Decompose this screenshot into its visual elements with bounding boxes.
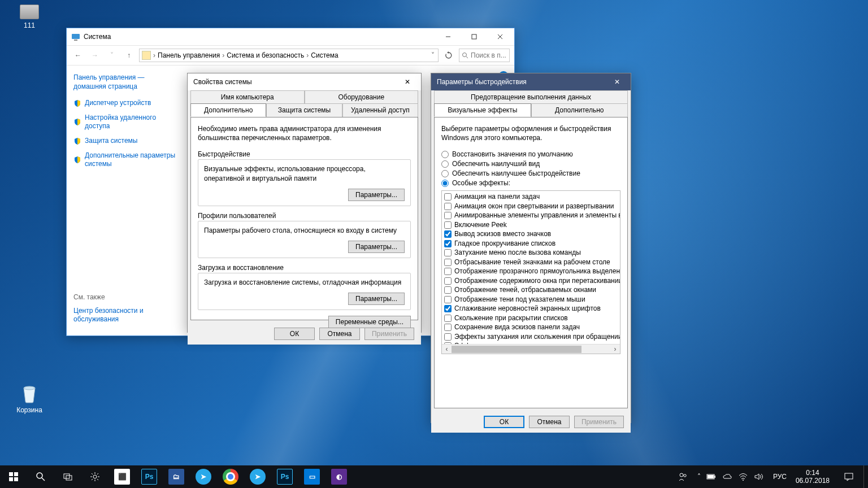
apply-button[interactable]: Применить <box>574 416 624 428</box>
recent-dropdown[interactable]: ˅ <box>105 49 119 62</box>
back-button[interactable]: ← <box>71 49 85 62</box>
taskbar-app-generic2[interactable]: ▭ <box>298 465 326 488</box>
checkbox-input[interactable] <box>444 249 452 256</box>
profiles-settings-button[interactable]: Параметры... <box>348 241 405 253</box>
effect-checkbox-row[interactable]: Скольжение при раскрытии списков <box>443 313 619 323</box>
start-button[interactable] <box>0 465 27 488</box>
radio-option[interactable]: Особые эффекты: <box>441 179 620 187</box>
taskbar-app-chrome[interactable] <box>217 465 244 488</box>
cancel-button[interactable]: Отмена <box>529 416 570 428</box>
checkbox-input[interactable] <box>444 296 452 303</box>
search-button[interactable] <box>27 465 54 488</box>
volume-icon[interactable] <box>754 472 764 482</box>
ok-button[interactable]: ОК <box>274 328 315 340</box>
checkbox-input[interactable] <box>444 212 452 219</box>
settings-button[interactable] <box>81 465 108 488</box>
people-button[interactable] <box>675 465 692 488</box>
checkbox-input[interactable] <box>444 315 452 322</box>
effect-checkbox-row[interactable]: Сглаживание неровностей экранных шрифтов <box>443 304 619 313</box>
tab[interactable]: Дополнительно <box>531 103 628 117</box>
effect-checkbox-row[interactable]: Отображение теней, отбрасываемых окнами <box>443 285 619 295</box>
effect-checkbox-row[interactable]: Анимация окон при свертывании и разверты… <box>443 202 619 211</box>
tab[interactable]: Визуальные эффекты <box>434 103 531 117</box>
maximize-button[interactable] <box>461 28 487 45</box>
tab[interactable]: Оборудование <box>305 90 419 103</box>
task-view-button[interactable] <box>54 465 81 488</box>
close-button[interactable] <box>487 28 513 45</box>
effect-checkbox-row[interactable]: Анимированные элементы управления и элем… <box>443 211 619 220</box>
language-indicator[interactable]: РУС <box>770 465 790 488</box>
effect-checkbox-row[interactable]: Гладкое прокручивание списков <box>443 239 619 249</box>
checkbox-input[interactable] <box>444 333 452 341</box>
cancel-button[interactable]: Отмена <box>319 328 360 340</box>
minimize-button[interactable] <box>435 28 461 45</box>
effect-checkbox-row[interactable]: Отбрасывание теней значками на рабочем с… <box>443 258 619 267</box>
tray-chevron-icon[interactable]: ˄ <box>697 473 701 481</box>
search-input[interactable]: Поиск в п... <box>459 49 510 62</box>
checkbox-input[interactable] <box>444 305 452 312</box>
checkbox-input[interactable] <box>444 286 452 294</box>
taskbar-app-generic3[interactable]: ◐ <box>326 465 353 488</box>
radio-option[interactable]: Восстановить значения по умолчанию <box>441 150 620 158</box>
checkbox-input[interactable] <box>444 259 452 266</box>
sidebar-link[interactable]: Настройка удаленного доступа <box>73 114 179 131</box>
checkbox-input[interactable] <box>444 324 452 331</box>
desktop-icon-trash[interactable]: Корзина <box>8 381 51 414</box>
show-desktop-button[interactable] <box>863 465 867 488</box>
close-button[interactable]: ✕ <box>606 73 628 90</box>
taskbar-app-telegram[interactable]: ➤ <box>190 465 217 488</box>
tab[interactable]: Удаленный доступ <box>342 103 418 117</box>
horizontal-scrollbar[interactable]: ‹ › <box>442 344 620 354</box>
breadcrumb-leaf[interactable]: Система <box>311 51 338 59</box>
clock[interactable]: 0:14 06.07.2018 <box>791 469 834 485</box>
tab[interactable]: Дополнительно <box>190 103 266 117</box>
action-center-button[interactable] <box>835 465 862 488</box>
scroll-right-button[interactable]: › <box>610 345 620 354</box>
breadcrumb[interactable]: › Панель управления › Система и безопасн… <box>139 49 439 62</box>
up-button[interactable]: ↑ <box>122 49 136 62</box>
radio-option[interactable]: Обеспечить наилучший вид <box>441 160 620 168</box>
refresh-button[interactable] <box>442 49 455 62</box>
onedrive-icon[interactable] <box>722 472 732 482</box>
breadcrumb-root[interactable]: Панель управления <box>158 51 220 59</box>
radio-input[interactable] <box>441 151 449 158</box>
taskbar-app-store[interactable]: ⬛ <box>108 465 136 488</box>
apply-button[interactable]: Применить <box>364 328 414 340</box>
breadcrumb-mid[interactable]: Система и безопасность <box>227 51 304 59</box>
sidebar-link[interactable]: Диспетчер устройств <box>73 99 179 108</box>
effect-checkbox-row[interactable]: Включение Peek <box>443 220 619 230</box>
scroll-left-button[interactable]: ‹ <box>442 345 452 354</box>
radio-input[interactable] <box>441 170 449 177</box>
checkbox-input[interactable] <box>444 268 452 275</box>
ok-button[interactable]: ОК <box>484 416 524 428</box>
taskbar-app-generic[interactable]: 🗂 <box>163 465 190 488</box>
wifi-icon[interactable] <box>738 472 748 482</box>
tab[interactable]: Имя компьютера <box>190 90 305 103</box>
effect-checkbox-row[interactable]: Эффекты затухания или скольжения при обр… <box>443 332 619 342</box>
startup-settings-button[interactable]: Параметры... <box>348 293 405 305</box>
taskbar-app-photoshop2[interactable]: Ps <box>271 465 298 488</box>
effect-checkbox-row[interactable]: Вывод эскизов вместо значков <box>443 229 619 239</box>
effect-checkbox-row[interactable]: Отображение прозрачного прямоугольника в… <box>443 267 619 276</box>
tab[interactable]: Предотвращение выполнения данных <box>434 90 628 103</box>
checkbox-input[interactable] <box>444 221 452 229</box>
radio-input[interactable] <box>441 180 449 187</box>
effect-checkbox-row[interactable]: Сохранение вида эскизов панели задач <box>443 323 619 332</box>
chevron-down-icon[interactable]: ˅ <box>430 51 436 59</box>
effect-checkbox-row[interactable]: Отображение содержимого окна при перетас… <box>443 276 619 286</box>
checkbox-input[interactable] <box>444 240 452 247</box>
checkbox-input[interactable] <box>444 230 452 238</box>
effect-checkbox-row[interactable]: Затухание меню после вызова команды <box>443 248 619 258</box>
radio-input[interactable] <box>441 160 449 168</box>
checkbox-input[interactable] <box>444 277 452 285</box>
tab[interactable]: Защита системы <box>266 103 342 117</box>
sidebar-link[interactable]: Дополнительные параметры системы <box>73 151 179 169</box>
taskbar-app-telegram2[interactable]: ➤ <box>244 465 271 488</box>
effect-checkbox-row[interactable]: Отображение тени под указателем мыши <box>443 295 619 304</box>
env-vars-button[interactable]: Переменные среды... <box>328 316 411 328</box>
forward-button[interactable]: → <box>88 49 102 62</box>
desktop-icon-111[interactable]: 111 <box>8 5 51 29</box>
sidebar-heading[interactable]: Панель управления — домашняя страница <box>73 73 179 91</box>
checkbox-input[interactable] <box>444 203 452 210</box>
effect-checkbox-row[interactable]: Анимация на панели задач <box>443 192 619 202</box>
